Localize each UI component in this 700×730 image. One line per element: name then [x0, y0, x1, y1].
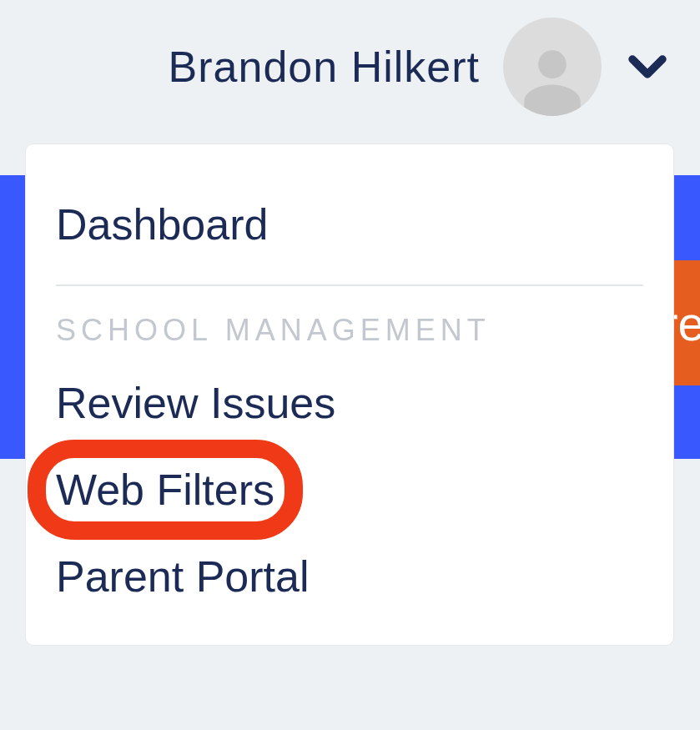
menu-item-label: Parent Portal — [56, 552, 310, 601]
menu-item-parent-portal[interactable]: Parent Portal — [56, 533, 310, 620]
menu-item-label: Review Issues — [56, 379, 335, 427]
chevron-down-icon — [625, 44, 670, 89]
menu-item-dashboard[interactable]: Dashboard — [56, 181, 268, 268]
menu-item-review-issues[interactable]: Review Issues — [56, 360, 335, 446]
menu-item-label: Web Filters — [56, 466, 274, 514]
header-bar: Brandon Hilkert — [0, 0, 700, 133]
menu-item-web-filters[interactable]: Web Filters — [56, 446, 274, 533]
menu-divider — [56, 284, 643, 286]
person-icon — [515, 41, 590, 116]
user-menu-toggle[interactable] — [625, 44, 670, 89]
user-dropdown-menu: Dashboard SCHOOL MANAGEMENT Review Issue… — [25, 143, 674, 646]
user-name-label: Brandon Hilkert — [169, 42, 480, 92]
avatar[interactable] — [503, 18, 602, 116]
menu-item-label: Dashboard — [56, 200, 268, 249]
menu-section-school-management: SCHOOL MANAGEMENT — [56, 308, 643, 360]
